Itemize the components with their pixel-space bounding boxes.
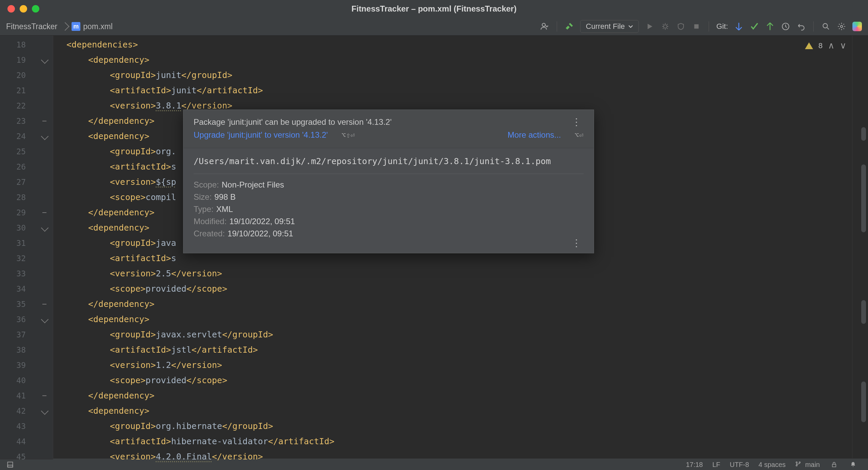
gutter-line[interactable]: 29 [0,205,53,220]
code-line[interactable]: <dependencies> [53,37,852,52]
popup-info-row: Created:19/10/2022, 09:51 [194,229,584,238]
gutter-line[interactable]: 22 [0,98,53,113]
build-hammer-icon[interactable] [565,22,574,31]
run-icon[interactable] [645,22,654,31]
warning-icon [805,42,813,49]
code-line[interactable]: <artifactId>jstl</artifactId> [53,342,852,357]
zoom-window-icon[interactable] [32,5,39,13]
popup-info-key: Created: [194,229,225,238]
gutter-line[interactable]: 28 [0,190,53,205]
problems-count: 8 [818,41,823,50]
gear-icon[interactable] [837,22,846,31]
fold-handle-icon[interactable] [41,224,49,232]
gutter-line[interactable]: 18 [0,37,53,52]
popup-more-actions[interactable]: More actions... [508,130,561,140]
code-with-me-icon[interactable] [852,22,862,31]
fold-handle-icon[interactable] [41,407,49,415]
gutter-line[interactable]: 24 [0,129,53,144]
gutter-line[interactable]: 38 [0,342,53,357]
code-line[interactable]: </dependency> [53,388,852,403]
popup-primary-action[interactable]: Upgrade 'junit:junit' to version '4.13.2… [194,130,328,140]
breadcrumb-project[interactable]: FitnessTracker [6,22,57,31]
code-line[interactable]: <dependency> [53,403,852,418]
gutter-line[interactable]: 30 [0,220,53,235]
gutter-line[interactable]: 43 [0,418,53,434]
gutter-line[interactable]: 41 [0,388,53,403]
code-line[interactable]: <dependency> [53,312,852,327]
stop-icon[interactable] [692,22,701,31]
search-icon[interactable] [821,22,831,31]
svg-point-5 [841,25,843,28]
breadcrumb-file[interactable]: m pom.xml [72,22,113,31]
next-problem-icon[interactable]: ∨ [840,40,846,51]
code-line[interactable]: <version>2.5</version> [53,266,852,281]
gutter-line[interactable]: 20 [0,67,53,83]
minimize-window-icon[interactable] [20,5,27,13]
popup-kebab-icon[interactable]: ⋮ [572,120,584,124]
gutter-line[interactable]: 33 [0,266,53,281]
gutter-line[interactable]: 32 [0,251,53,266]
gutter-line[interactable]: 26 [0,159,53,174]
git-label: Git: [716,22,728,31]
problems-indicator[interactable]: 8 ∧ ∨ [805,40,846,51]
gutter-line[interactable]: 31 [0,235,53,251]
popup-file-path: /Users/marit.van.dijk/.m2/repository/jun… [194,156,584,174]
gutter-line[interactable]: 39 [0,357,53,373]
gutter-line[interactable]: 21 [0,83,53,98]
breadcrumb-separator-icon [61,22,70,31]
code-line[interactable]: <version>1.2</version> [53,357,852,373]
code-line[interactable]: <groupId>junit</groupId> [53,67,852,83]
gutter-line[interactable]: 40 [0,373,53,388]
gutter-line[interactable]: 45 [0,449,53,464]
popup-info-value: 19/10/2022, 09:51 [229,217,295,226]
gutter-line[interactable]: 36 [0,312,53,327]
code-line[interactable]: <groupId>javax.servlet</groupId> [53,327,852,342]
svg-rect-11 [832,464,836,467]
popup-info-key: Type: [194,204,214,214]
code-line[interactable]: <scope>provided</scope> [53,373,852,388]
popup-info-key: Scope: [194,180,219,190]
history-icon[interactable] [781,22,790,31]
code-line[interactable]: <dependency> [53,52,852,67]
popup-body-kebab-icon[interactable]: ⋮ [572,241,584,245]
git-commit-icon[interactable] [750,22,759,31]
prev-problem-icon[interactable]: ∧ [828,40,834,51]
window-traffic-lights[interactable] [0,5,39,13]
gutter-line[interactable]: 35 [0,296,53,312]
code-line[interactable]: <artifactId>hibernate-validator</artifac… [53,434,852,449]
gutter-line[interactable]: 42 [0,403,53,418]
popup-primary-shortcut: ⌥⇧⏎ [341,131,355,139]
run-config-label: Current File [586,22,625,31]
rollback-icon[interactable] [796,22,806,31]
debug-icon[interactable] [660,22,670,31]
code-line[interactable]: <scope>provided</scope> [53,281,852,296]
code-line[interactable]: <groupId>org.hibernate</groupId> [53,418,852,434]
error-stripe[interactable] [852,36,868,458]
fold-handle-icon[interactable] [41,133,49,140]
gutter-line[interactable]: 27 [0,174,53,190]
fold-handle-icon[interactable] [41,56,49,64]
fold-end-icon [42,395,46,396]
inspection-popup: Package 'junit:junit' can be upgraded to… [183,110,594,253]
editor-gutter[interactable]: 1819202122232425262728293031323334353637… [0,36,53,459]
popup-info-value: 998 B [214,192,236,202]
git-pull-icon[interactable] [734,22,744,31]
run-config-selector[interactable]: Current File [580,20,639,33]
chevron-down-icon [628,24,633,29]
gutter-line[interactable]: 19 [0,52,53,67]
close-window-icon[interactable] [7,5,15,13]
user-switcher-icon[interactable] [540,22,549,31]
git-push-icon[interactable] [765,22,775,31]
gutter-line[interactable]: 25 [0,144,53,159]
gutter-line[interactable]: 23 [0,113,53,129]
gutter-line[interactable]: 44 [0,434,53,449]
code-line[interactable]: <version>4.2.0.Final</version> [53,449,852,464]
coverage-icon[interactable] [676,22,686,31]
gutter-line[interactable]: 34 [0,281,53,296]
fold-handle-icon[interactable] [41,316,49,324]
popup-info-row: Type:XML [194,204,584,214]
popup-title: Package 'junit:junit' can be upgraded to… [194,117,392,127]
code-line[interactable]: </dependency> [53,296,852,312]
code-line[interactable]: <artifactId>junit</artifactId> [53,83,852,98]
gutter-line[interactable]: 37 [0,327,53,342]
